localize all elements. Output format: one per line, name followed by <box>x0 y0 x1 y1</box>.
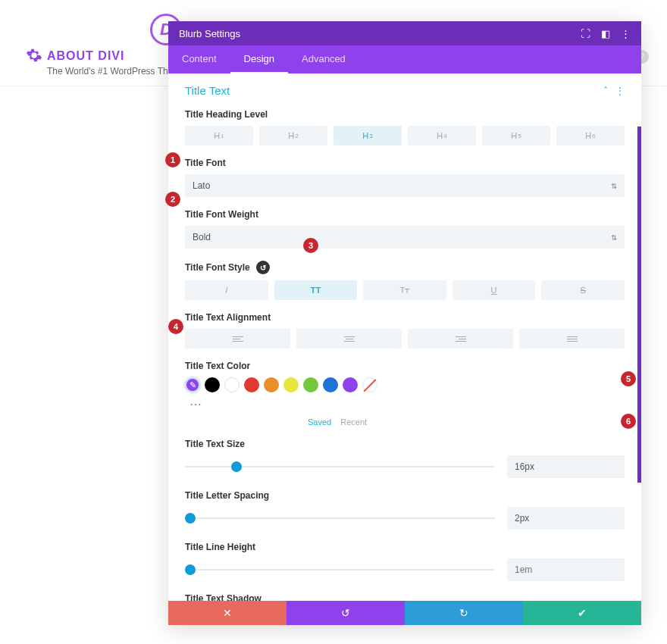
label-style: Title Font Style ↺ <box>185 261 625 274</box>
swatch-blue[interactable] <box>323 377 338 392</box>
label-color: Title Text Color <box>185 361 625 371</box>
align-right[interactable] <box>408 329 513 349</box>
style-underline[interactable]: U <box>452 280 536 300</box>
expand-icon[interactable]: ⛶ <box>581 28 590 39</box>
align-left[interactable] <box>185 329 290 349</box>
heading-h2[interactable]: H2 <box>259 126 327 145</box>
style-smallcaps[interactable]: Tᴛ <box>363 280 446 300</box>
menu-icon[interactable]: ⋮ <box>621 28 631 39</box>
modal-footer: ✕ ↺ ↻ ✔ <box>168 601 641 625</box>
spacing-input[interactable]: 2px <box>507 507 625 530</box>
heading-h1[interactable]: H1 <box>185 126 253 145</box>
more-colors-icon[interactable]: ⋯ <box>189 397 625 411</box>
colors-recent-tab[interactable]: Recent <box>340 417 367 427</box>
section-menu-icon[interactable]: ⋮ <box>615 86 625 96</box>
heading-h3[interactable]: H3 <box>334 126 402 145</box>
section-title[interactable]: Title Text <box>185 84 230 97</box>
callout-5: 5 <box>621 371 636 386</box>
swatch-black[interactable] <box>205 377 220 392</box>
cancel-button[interactable]: ✕ <box>168 601 287 625</box>
swatch-white[interactable] <box>224 377 240 392</box>
color-swatches: ✎ <box>185 377 625 392</box>
colors-saved-tab[interactable]: Saved <box>308 417 331 427</box>
weight-select[interactable]: Bold ⇅ <box>185 226 625 249</box>
eyedropper-swatch[interactable]: ✎ <box>185 377 200 392</box>
label-align: Title Text Alignment <box>185 312 625 323</box>
modal-header[interactable]: Blurb Settings ⛶ ◧ ⋮ <box>168 21 641 45</box>
lineheight-slider[interactable] <box>185 569 495 571</box>
swatch-red[interactable] <box>244 377 259 392</box>
save-button[interactable]: ✔ <box>523 601 641 625</box>
size-slider[interactable] <box>185 466 495 467</box>
size-input[interactable]: 16px <box>507 455 625 478</box>
font-select[interactable]: Lato ⇅ <box>185 174 625 197</box>
chevron-updown-icon: ⇅ <box>611 233 617 242</box>
undo-button[interactable]: ↺ <box>287 601 405 625</box>
modal-tabs: Content Design Advanced <box>168 45 641 73</box>
tab-advanced[interactable]: Advanced <box>288 45 359 73</box>
settings-panel: Title Text ˄ ⋮ Title Heading Level H1 H2… <box>168 73 641 625</box>
font-style-group: I TT Tᴛ U S <box>185 280 625 300</box>
label-lineheight: Title Line Height <box>185 542 625 552</box>
label-heading-level: Title Heading Level <box>185 109 625 120</box>
scrollbar[interactable] <box>637 127 641 483</box>
redo-button[interactable]: ↻ <box>405 601 523 625</box>
collapse-icon[interactable]: ˄ <box>603 86 608 96</box>
style-italic[interactable]: I <box>185 280 268 300</box>
label-spacing: Title Letter Spacing <box>185 490 625 501</box>
style-uppercase[interactable]: TT <box>274 280 358 300</box>
swatch-green[interactable] <box>303 377 318 392</box>
swatch-orange[interactable] <box>264 377 279 392</box>
align-center[interactable] <box>296 329 402 349</box>
callout-1: 1 <box>165 152 180 167</box>
swatch-none[interactable] <box>362 377 377 392</box>
callout-3: 3 <box>303 238 318 253</box>
snap-icon[interactable]: ◧ <box>601 28 610 39</box>
modal-title: Blurb Settings <box>179 28 240 39</box>
lineheight-input[interactable]: 1em <box>507 558 625 581</box>
swatch-purple[interactable] <box>343 377 358 392</box>
callout-2: 2 <box>165 192 180 207</box>
heading-level-group: H1 H2 H3 H4 H5 H6 <box>185 126 625 145</box>
align-justify[interactable] <box>519 329 625 349</box>
text-align-group <box>185 329 625 349</box>
label-weight: Title Font Weight <box>185 209 625 220</box>
tab-content[interactable]: Content <box>168 45 230 73</box>
chevron-updown-icon: ⇅ <box>611 182 617 190</box>
style-strikethrough[interactable]: S <box>541 280 625 300</box>
swatch-yellow[interactable] <box>283 377 299 392</box>
spacing-slider[interactable] <box>185 517 495 519</box>
settings-modal: Blurb Settings ⛶ ◧ ⋮ Content Design Adva… <box>168 21 641 625</box>
callout-4: 4 <box>168 319 183 334</box>
heading-h4[interactable]: H4 <box>408 126 476 145</box>
label-font: Title Font <box>185 158 625 168</box>
heading-h5[interactable]: H5 <box>482 126 550 145</box>
tab-design[interactable]: Design <box>230 45 288 73</box>
label-size: Title Text Size <box>185 439 625 449</box>
reset-style-icon[interactable]: ↺ <box>256 261 270 274</box>
callout-6: 6 <box>621 414 636 429</box>
heading-h6[interactable]: H6 <box>556 126 625 145</box>
